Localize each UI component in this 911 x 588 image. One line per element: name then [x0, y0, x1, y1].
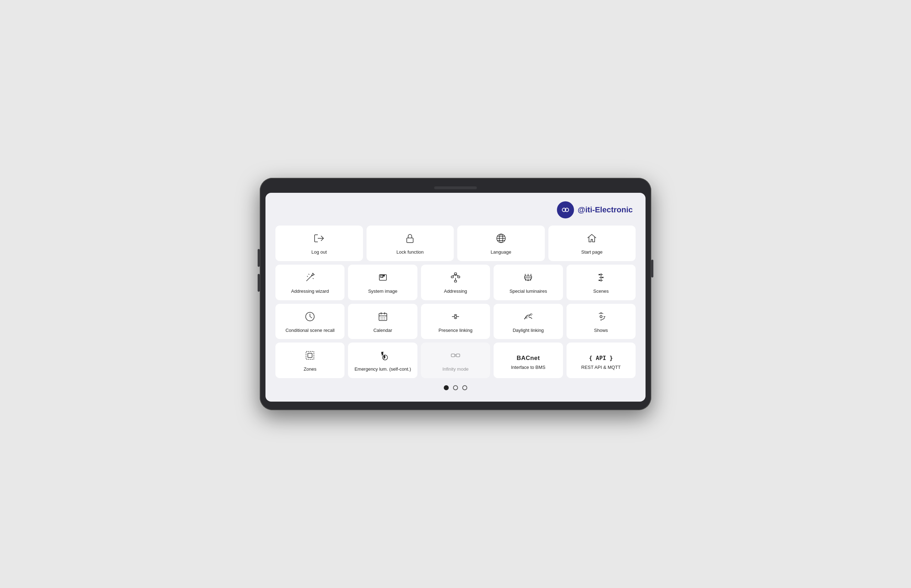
scenes-label: Scenes [593, 289, 608, 294]
presence-icon [449, 310, 462, 325]
svg-point-53 [455, 315, 456, 318]
svg-rect-62 [456, 354, 460, 357]
bacnet-icon: BACnet [517, 351, 540, 362]
menu-card-addressing-wizard[interactable]: Addressing wizard [275, 265, 345, 300]
menu-card-logout[interactable]: Log out [275, 226, 363, 261]
menu-card-rest-api[interactable]: { API } REST API & MQTT [566, 342, 636, 378]
wand-icon [304, 271, 316, 286]
svg-line-10 [309, 274, 309, 275]
dot-3[interactable] [462, 385, 467, 390]
svg-rect-58 [306, 351, 314, 359]
svg-rect-59 [308, 353, 312, 357]
emergency-icon [377, 349, 389, 363]
menu-card-language[interactable]: Language [457, 226, 545, 261]
menu-row-2: Addressing wizard System image [275, 265, 636, 300]
calendar-icon [377, 310, 389, 325]
svg-rect-19 [455, 280, 456, 282]
menu-card-special-luminaires[interactable]: Special luminaires [494, 265, 563, 300]
shows-label: Shows [594, 328, 608, 334]
calendar-label: Calendar [373, 328, 392, 334]
menu-card-calendar[interactable]: Calendar [348, 304, 417, 339]
menu-card-scenes[interactable]: Scenes [566, 265, 636, 300]
menu-card-emergency-lum[interactable]: Emergency lum. (self-cont.) [348, 342, 417, 378]
addressing-wizard-label: Addressing wizard [291, 289, 329, 294]
top-menu-row: Log out Lock function [275, 226, 636, 261]
svg-line-40 [310, 317, 312, 318]
menu-card-conditional-scene[interactable]: Conditional scene recall [275, 304, 345, 339]
clock-icon [304, 310, 316, 325]
menu-row-4: Zones Emergency lum. (self-cont.) [275, 342, 636, 378]
tablet-side-button-2 [258, 274, 260, 292]
scenes-icon [595, 271, 607, 286]
lock-icon [403, 232, 416, 247]
menu-card-start-page[interactable]: Start page [549, 226, 636, 261]
svg-rect-17 [451, 276, 453, 278]
zones-label: Zones [304, 367, 316, 372]
start-page-label: Start page [581, 249, 602, 255]
svg-line-9 [306, 276, 311, 281]
svg-point-14 [383, 275, 385, 276]
language-label: Language [491, 249, 511, 255]
svg-rect-16 [455, 273, 456, 275]
svg-line-21 [452, 275, 455, 276]
menu-card-infinity-mode: Infinity mode [421, 342, 490, 378]
system-icon [377, 271, 389, 286]
svg-rect-41 [379, 313, 387, 320]
zones-icon [304, 349, 316, 363]
svg-line-22 [455, 275, 459, 276]
svg-rect-61 [451, 354, 455, 357]
svg-point-37 [599, 279, 600, 281]
svg-line-11 [313, 278, 314, 279]
tablet-side-button-1 [258, 249, 260, 267]
svg-rect-3 [407, 238, 413, 242]
addressing-label: Addressing [444, 289, 467, 294]
dot-2[interactable] [453, 385, 458, 390]
menu-card-shows[interactable]: Shows [566, 304, 636, 339]
conditional-scene-label: Conditional scene recall [285, 328, 335, 334]
menu-card-daylight-linking[interactable]: Daylight linking [494, 304, 563, 339]
page-dots [275, 385, 636, 392]
header: @iti-Electronic [275, 201, 636, 218]
globe-icon [495, 232, 508, 247]
interface-bms-label: Interface to BMS [511, 365, 545, 371]
home-icon [586, 232, 598, 247]
tablet-top-button [434, 186, 477, 189]
svg-point-35 [599, 274, 600, 275]
tablet-screen: @iti-Electronic Log out [265, 193, 646, 402]
luminaire-icon [522, 271, 534, 286]
svg-point-54 [600, 315, 602, 318]
menu-card-presence-linking[interactable]: Presence linking [421, 304, 490, 339]
brand: @iti-Electronic [557, 201, 633, 218]
emergency-lum-label: Emergency lum. (self-cont.) [354, 367, 411, 372]
lock-function-label: Lock function [396, 249, 424, 255]
infinity-icon [449, 349, 462, 363]
menu-card-lock-function[interactable]: Lock function [367, 226, 454, 261]
tablet-device: @iti-Electronic Log out [260, 178, 651, 410]
rest-api-label: REST API & MQTT [581, 365, 621, 371]
logout-icon [313, 232, 325, 247]
daylight-linking-label: Daylight linking [513, 328, 544, 334]
api-icon: { API } [589, 351, 613, 362]
svg-rect-24 [524, 276, 532, 278]
system-image-label: System image [368, 289, 397, 294]
shows-icon [595, 310, 607, 325]
logout-label: Log out [311, 249, 327, 255]
daylight-icon [522, 310, 534, 325]
dot-1[interactable] [444, 385, 449, 390]
svg-line-12 [307, 276, 308, 277]
svg-rect-18 [458, 276, 460, 278]
menu-card-addressing[interactable]: Addressing [421, 265, 490, 300]
presence-linking-label: Presence linking [439, 328, 472, 334]
menu-card-zones[interactable]: Zones [275, 342, 345, 378]
menu-row-3: Conditional scene recall [275, 304, 636, 339]
menu-card-interface-bms[interactable]: BACnet Interface to BMS [494, 342, 563, 378]
tablet-side-button-3 [651, 260, 653, 278]
special-luminaires-label: Special luminaires [510, 289, 547, 294]
brand-name: @iti-Electronic [578, 205, 633, 215]
infinity-mode-label: Infinity mode [442, 367, 469, 372]
addressing-icon [449, 271, 462, 286]
brand-logo [557, 201, 574, 218]
svg-point-36 [602, 277, 604, 278]
menu-card-system-image[interactable]: System image [348, 265, 417, 300]
